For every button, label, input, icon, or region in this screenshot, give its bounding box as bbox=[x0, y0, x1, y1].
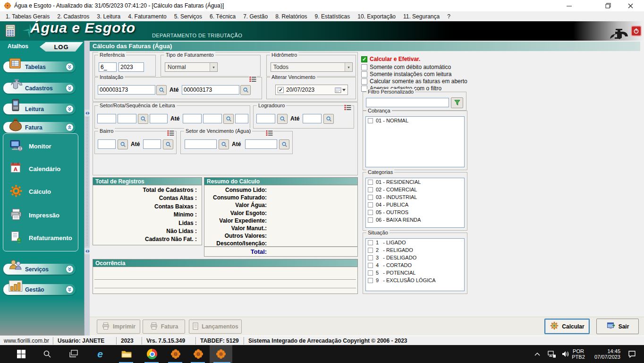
search-icon[interactable] bbox=[223, 114, 234, 124]
menu-estatisticas[interactable]: 9. Estatísticas bbox=[311, 12, 354, 21]
menu-tecnica[interactable]: 6. Técnica bbox=[206, 12, 239, 21]
menu-gestao[interactable]: 7. Gestão bbox=[239, 12, 271, 21]
bairro-from-input[interactable] bbox=[98, 139, 116, 149]
sidebar-group-cadastros[interactable]: Cadastros bbox=[3, 83, 76, 94]
list-icon[interactable] bbox=[167, 130, 175, 137]
setor-venc-to-input[interactable] bbox=[245, 139, 277, 149]
chevron-down-icon[interactable] bbox=[66, 286, 73, 293]
power-button[interactable] bbox=[631, 26, 642, 36]
list-item[interactable]: 01 - NORMAL bbox=[366, 117, 464, 124]
sair-button[interactable]: Sair bbox=[596, 319, 639, 334]
search-icon[interactable] bbox=[219, 139, 229, 149]
logradouro-from-input[interactable] bbox=[256, 114, 275, 123]
sidebar-item-impressao[interactable]: Impressão bbox=[9, 207, 59, 223]
list-item[interactable]: 03 - INDUSTRIAL bbox=[366, 193, 464, 201]
list-item[interactable]: 2 - RELIGADO bbox=[366, 246, 464, 254]
menu-seguranca[interactable]: 11. Segurança bbox=[399, 12, 443, 21]
vencimento-checkbox[interactable] bbox=[278, 87, 284, 93]
task-view-icon[interactable] bbox=[68, 348, 79, 360]
chevron-down-icon[interactable] bbox=[66, 63, 73, 70]
search-icon[interactable] bbox=[323, 114, 334, 124]
checkbox[interactable] bbox=[368, 180, 373, 185]
filter-icon[interactable] bbox=[451, 97, 463, 108]
list-item[interactable]: 04 - PUBLICA bbox=[366, 201, 464, 208]
sidebar-group-leitura[interactable]: Leitura bbox=[3, 104, 76, 114]
checkbox[interactable] bbox=[368, 202, 373, 207]
tray-chevron-up-icon[interactable] bbox=[532, 348, 543, 360]
chevron-down-icon[interactable] bbox=[66, 105, 73, 112]
restore-button[interactable] bbox=[597, 0, 619, 11]
list-item[interactable]: 02 - COMERCIAL bbox=[366, 186, 464, 193]
internet-explorer-icon[interactable]: e bbox=[94, 348, 106, 360]
checkbox[interactable] bbox=[361, 78, 367, 85]
splitter-grip[interactable] bbox=[86, 117, 88, 246]
setor-to-input[interactable] bbox=[183, 114, 202, 123]
option-calcular-efetivar[interactable]: Calcular e Efetivar. bbox=[361, 56, 420, 62]
checkbox[interactable] bbox=[368, 278, 373, 283]
list-item[interactable]: 4 - CORTADO bbox=[366, 261, 464, 269]
list-icon[interactable] bbox=[265, 130, 273, 137]
sidebar-tab-log[interactable]: LOG bbox=[40, 42, 83, 52]
chrome-icon[interactable] bbox=[146, 348, 158, 360]
rota-to-input[interactable] bbox=[203, 114, 222, 123]
cobranca-listbox[interactable]: 01 - NORMAL bbox=[365, 116, 465, 167]
search-icon[interactable] bbox=[118, 139, 128, 149]
categorias-listbox[interactable]: 01 - RESIDENCIAL 02 - COMERCIAL 03 - IND… bbox=[365, 178, 465, 228]
menu-relatorios[interactable]: 8. Relatórios bbox=[271, 12, 311, 21]
setor-from-input[interactable] bbox=[97, 114, 116, 123]
start-button[interactable] bbox=[16, 348, 27, 360]
list-icon[interactable] bbox=[344, 104, 352, 111]
sidebar-group-tabelas[interactable]: Tabelas bbox=[3, 61, 76, 72]
checkbox[interactable] bbox=[368, 248, 373, 253]
file-explorer-icon[interactable] bbox=[121, 348, 132, 360]
speaker-icon[interactable] bbox=[560, 348, 571, 360]
sidebar-item-monitor[interactable]: Monitor bbox=[9, 138, 51, 154]
checkbox[interactable] bbox=[368, 195, 373, 200]
fiorilli-app-icon-active[interactable] bbox=[215, 348, 227, 360]
sidebar-group-servicos[interactable]: Serviços bbox=[3, 264, 76, 275]
list-item[interactable]: 5 - POTENCIAL bbox=[366, 269, 464, 277]
option-debito-automatico[interactable]: Somente com débito automático bbox=[361, 64, 451, 70]
checkbox[interactable] bbox=[368, 263, 373, 268]
sidebar-item-refaturamento[interactable]: Refaturamento bbox=[9, 230, 72, 246]
calendar-picker-icon[interactable] bbox=[335, 87, 346, 93]
menu-servicos[interactable]: 5. Serviços bbox=[170, 12, 206, 21]
splitter[interactable] bbox=[84, 41, 90, 336]
menu-tabelas-gerais[interactable]: 1. Tabelas Gerais bbox=[2, 12, 53, 21]
list-item[interactable]: 05 - OUTROS bbox=[366, 208, 464, 216]
option-instalacoes-leitura[interactable]: Somente instalações com leitura bbox=[361, 71, 451, 78]
checkbox[interactable] bbox=[368, 255, 373, 260]
menu-help[interactable]: ? bbox=[443, 12, 454, 21]
sidebar-item-calculo[interactable]: Cálculo bbox=[9, 184, 51, 199]
hidrometro-select[interactable]: Todos ▼ bbox=[271, 62, 353, 72]
sidebar-tab-atalhos[interactable]: Atalhos bbox=[8, 43, 28, 50]
search-icon[interactable] bbox=[163, 139, 173, 149]
checkbox[interactable] bbox=[368, 118, 373, 123]
tray-clock[interactable]: 14:45 07/07/2023 bbox=[588, 348, 620, 360]
minimize-button[interactable] bbox=[558, 0, 580, 11]
sidebar-group-gestao[interactable]: Gestão bbox=[3, 284, 76, 295]
list-item[interactable]: 3 - DESLIGADO bbox=[366, 254, 464, 261]
search-icon[interactable] bbox=[240, 85, 251, 95]
list-item[interactable]: 9 - EXCLUSÃO LÓGICA bbox=[366, 277, 464, 284]
checkbox[interactable] bbox=[361, 64, 367, 70]
checkbox[interactable] bbox=[368, 270, 373, 276]
vencimento-date-field[interactable]: 20/07/2023 bbox=[275, 85, 348, 95]
search-icon[interactable] bbox=[42, 348, 53, 360]
tipo-faturamento-select[interactable]: Normal ▼ bbox=[165, 62, 218, 72]
network-icon[interactable] bbox=[546, 348, 557, 360]
instalacao-to-input[interactable] bbox=[182, 85, 239, 95]
setor-venc-from-input[interactable] bbox=[185, 139, 217, 149]
menu-exportacao[interactable]: 10. Exportação bbox=[354, 12, 399, 21]
search-icon[interactable] bbox=[279, 139, 289, 149]
imprimir-button[interactable]: Imprimir bbox=[97, 320, 140, 334]
search-icon[interactable] bbox=[138, 114, 148, 124]
list-icon[interactable] bbox=[249, 76, 257, 83]
sidebar-group-fatura[interactable]: Fatura bbox=[3, 122, 76, 133]
list-item[interactable]: 1 - LIGADO bbox=[366, 239, 464, 246]
sequencia-to-input[interactable] bbox=[235, 114, 248, 123]
menu-faturamento[interactable]: 4. Faturamento bbox=[124, 12, 170, 21]
referencia-month-input[interactable] bbox=[99, 62, 117, 72]
bairro-to-input[interactable] bbox=[143, 139, 161, 149]
search-icon[interactable] bbox=[277, 114, 288, 124]
